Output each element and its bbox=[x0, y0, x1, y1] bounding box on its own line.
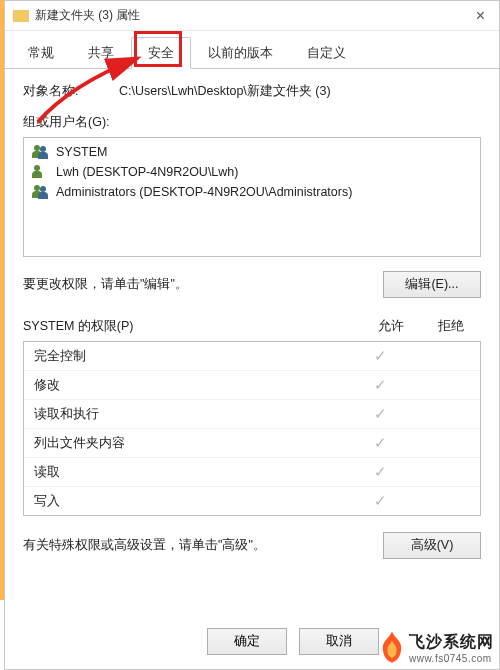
table-row: 读取 ✓ bbox=[24, 458, 480, 487]
flame-icon bbox=[377, 630, 407, 666]
user-icon bbox=[32, 165, 50, 179]
table-row: 写入 ✓ bbox=[24, 487, 480, 516]
permission-name: 读取 bbox=[34, 464, 350, 481]
permission-name: 列出文件夹内容 bbox=[34, 435, 350, 452]
edit-row: 要更改权限，请单击"编辑"。 编辑(E)... bbox=[23, 271, 481, 298]
group-users-label: 组或用户名(G): bbox=[23, 114, 481, 131]
edit-hint-text: 要更改权限，请单击"编辑"。 bbox=[23, 276, 188, 293]
tab-custom[interactable]: 自定义 bbox=[290, 37, 363, 68]
table-row: 修改 ✓ bbox=[24, 371, 480, 400]
tab-previous-versions[interactable]: 以前的版本 bbox=[191, 37, 290, 68]
list-item[interactable]: SYSTEM bbox=[28, 142, 476, 162]
deny-column-header: 拒绝 bbox=[421, 318, 481, 335]
table-row: 读取和执行 ✓ bbox=[24, 400, 480, 429]
list-item[interactable]: Administrators (DESKTOP-4N9R2OU\Administ… bbox=[28, 182, 476, 202]
allow-check-icon: ✓ bbox=[350, 347, 410, 365]
advanced-hint-text: 有关特殊权限或高级设置，请单击"高级"。 bbox=[23, 537, 266, 554]
allow-check-icon: ✓ bbox=[350, 376, 410, 394]
dialog-buttons: 确定 取消 bbox=[207, 628, 379, 655]
list-item[interactable]: Lwh (DESKTOP-4N9R2OU\Lwh) bbox=[28, 162, 476, 182]
tab-strip: 常规 共享 安全 以前的版本 自定义 bbox=[5, 31, 499, 69]
object-name-label: 对象名称: bbox=[23, 83, 119, 100]
properties-dialog: 新建文件夹 (3) 属性 × 常规 共享 安全 以前的版本 自定义 对象名称: … bbox=[4, 0, 500, 670]
allow-column-header: 允许 bbox=[361, 318, 421, 335]
tab-security[interactable]: 安全 bbox=[131, 37, 191, 69]
group-name: Lwh (DESKTOP-4N9R2OU\Lwh) bbox=[56, 165, 238, 179]
tab-general[interactable]: 常规 bbox=[11, 37, 71, 68]
tab-content: 对象名称: C:\Users\Lwh\Desktop\新建文件夹 (3) 组或用… bbox=[5, 69, 499, 573]
group-name: SYSTEM bbox=[56, 145, 107, 159]
allow-check-icon: ✓ bbox=[350, 434, 410, 452]
tab-share[interactable]: 共享 bbox=[71, 37, 131, 68]
permissions-header-label: SYSTEM 的权限(P) bbox=[23, 318, 134, 335]
permission-name: 读取和执行 bbox=[34, 406, 350, 423]
users-icon bbox=[32, 185, 50, 199]
group-name: Administrators (DESKTOP-4N9R2OU\Administ… bbox=[56, 185, 352, 199]
advanced-row: 有关特殊权限或高级设置，请单击"高级"。 高级(V) bbox=[23, 532, 481, 559]
close-icon[interactable]: × bbox=[470, 7, 491, 25]
permission-name: 修改 bbox=[34, 377, 350, 394]
object-name-value: C:\Users\Lwh\Desktop\新建文件夹 (3) bbox=[119, 83, 331, 100]
window-title: 新建文件夹 (3) 属性 bbox=[35, 7, 140, 24]
object-name-row: 对象名称: C:\Users\Lwh\Desktop\新建文件夹 (3) bbox=[23, 83, 481, 100]
permission-name: 写入 bbox=[34, 493, 350, 510]
cancel-button[interactable]: 取消 bbox=[299, 628, 379, 655]
watermark-title: 飞沙系统网 bbox=[409, 632, 494, 653]
watermark-url: www.fs0745.com bbox=[409, 653, 494, 664]
ok-button[interactable]: 确定 bbox=[207, 628, 287, 655]
allow-check-icon: ✓ bbox=[350, 405, 410, 423]
permissions-list: 完全控制 ✓ 修改 ✓ 读取和执行 ✓ 列出文件夹内容 ✓ 读取 ✓ bbox=[23, 341, 481, 516]
advanced-button[interactable]: 高级(V) bbox=[383, 532, 481, 559]
permissions-header: SYSTEM 的权限(P) 允许 拒绝 bbox=[23, 318, 481, 335]
group-user-list[interactable]: SYSTEM Lwh (DESKTOP-4N9R2OU\Lwh) Adminis… bbox=[23, 137, 481, 257]
edit-button[interactable]: 编辑(E)... bbox=[383, 271, 481, 298]
allow-check-icon: ✓ bbox=[350, 492, 410, 510]
folder-icon bbox=[13, 10, 29, 22]
table-row: 完全控制 ✓ bbox=[24, 342, 480, 371]
watermark: 飞沙系统网 www.fs0745.com bbox=[377, 630, 494, 666]
table-row: 列出文件夹内容 ✓ bbox=[24, 429, 480, 458]
allow-check-icon: ✓ bbox=[350, 463, 410, 481]
title-bar: 新建文件夹 (3) 属性 × bbox=[5, 1, 499, 31]
users-icon bbox=[32, 145, 50, 159]
permission-name: 完全控制 bbox=[34, 348, 350, 365]
